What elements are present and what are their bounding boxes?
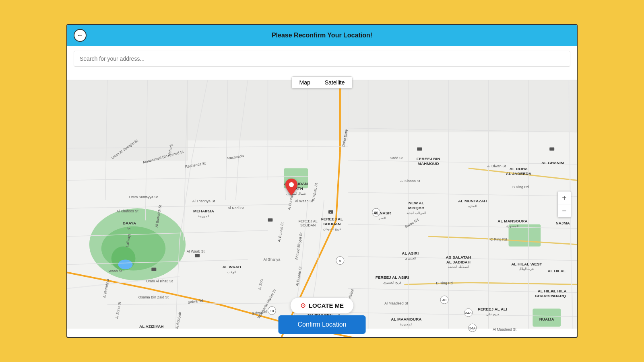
svg-text:Waab St: Waab St [109, 269, 123, 273]
svg-text:FEREEJ AL ALI: FEREEJ AL ALI [478, 307, 507, 311]
svg-text:المهيرجة: المهيرجة [198, 214, 209, 218]
svg-text:Al Nadi St: Al Nadi St [228, 206, 244, 210]
confirm-location-button[interactable]: Confirm Location [279, 315, 366, 334]
header-title: Please Reconfirm Your Location! [272, 32, 372, 39]
svg-rect-148 [268, 218, 272, 222]
locate-icon: ⊙ [300, 302, 305, 309]
svg-rect-145 [195, 254, 200, 257]
svg-text:AL DOHA: AL DOHA [510, 167, 528, 171]
svg-text:Al Thahnya St: Al Thahnya St [192, 199, 215, 203]
svg-text:NAJMA: NAJMA [555, 221, 570, 225]
svg-text:Sadd St: Sadd St [390, 156, 402, 160]
svg-text:فريج العسيري: فريج العسيري [383, 281, 401, 284]
svg-text:النصر: النصر [378, 216, 386, 220]
svg-rect-147 [417, 147, 422, 150]
svg-text:AL MUNTAZAH: AL MUNTAZAH [458, 199, 487, 203]
svg-text:FEREEJ BIN: FEREEJ BIN [417, 156, 440, 161]
svg-text:Al Waab St: Al Waab St [187, 249, 205, 253]
svg-text:بعيا: بعيا [128, 226, 132, 230]
back-button[interactable]: ← [74, 29, 87, 42]
zoom-out-button[interactable]: − [558, 204, 571, 217]
svg-text:AL HILAL: AL HILAL [538, 289, 556, 293]
svg-text:فريج علي: فريج علي [486, 313, 499, 316]
svg-text:NEW AL: NEW AL [409, 201, 424, 205]
svg-text:فريج السودان: فريج السودان [323, 227, 341, 231]
svg-text:المنتزه: المنتزه [468, 204, 477, 208]
svg-text:MEHAIRJA: MEHAIRJA [193, 209, 214, 213]
map-pin [285, 179, 297, 199]
svg-text:BAAYA: BAAYA [123, 221, 136, 225]
svg-text:FEREEJ AL ASIRI: FEREEJ AL ASIRI [376, 275, 409, 280]
svg-text:34A: 34A [465, 311, 472, 315]
confirm-btn-container: Confirm Location [279, 315, 366, 334]
svg-rect-144 [151, 268, 156, 271]
locate-me-button[interactable]: ⊙ LOCATE ME [290, 297, 354, 314]
svg-text:Al Ghariya: Al Ghariya [263, 257, 280, 261]
svg-point-157 [289, 182, 294, 187]
app-container: ← Please Reconfirm Your Location! [66, 24, 578, 338]
map-toggle: Map Satellite [291, 76, 352, 88]
svg-text:MAHMOUD: MAHMOUD [418, 161, 439, 166]
svg-text:NUAIJA: NUAIJA [539, 317, 554, 321]
svg-text:Al Maadeed St: Al Maadeed St [493, 327, 516, 331]
svg-text:40: 40 [442, 298, 446, 302]
search-input[interactable] [74, 51, 570, 67]
zoom-in-button[interactable]: + [558, 191, 571, 204]
svg-text:عرب الهلال: عرب الهلال [519, 267, 534, 271]
svg-text:AL MANSOURA: AL MANSOURA [497, 219, 527, 223]
svg-text:AL MAAMOURA: AL MAAMOURA [391, 317, 421, 321]
svg-text:AL AZIZIYAH: AL AZIZIYAH [139, 324, 163, 329]
svg-text:AL WAAB: AL WAAB [223, 265, 241, 269]
svg-text:AL ASIRI: AL ASIRI [402, 251, 419, 255]
svg-text:Osama Bin Zaid St: Osama Bin Zaid St [138, 295, 169, 299]
svg-text:الوعب: الوعب [227, 270, 236, 274]
svg-point-7 [118, 260, 133, 269]
locate-me-label: LOCATE ME [309, 302, 344, 309]
svg-text:العسيري: العسيري [405, 257, 416, 260]
svg-rect-146 [549, 147, 554, 150]
svg-text:Al Waab St: Al Waab St [295, 199, 313, 203]
satellite-tab[interactable]: Satellite [318, 77, 352, 88]
svg-text:AL GHANIM: AL GHANIM [541, 160, 564, 165]
svg-text:B Ring Rd: B Ring Rd [512, 185, 529, 189]
map-tab[interactable]: Map [292, 77, 317, 88]
search-bar-container [67, 46, 577, 72]
svg-text:Umm Al Kharj St: Umm Al Kharj St [146, 279, 173, 283]
svg-text:المرقاب الجديد: المرقاب الجديد [407, 211, 426, 215]
svg-text:Al Khufoos St: Al Khufoos St [116, 209, 138, 213]
svg-text:10: 10 [270, 309, 274, 313]
svg-text:Al Kinana St: Al Kinana St [400, 179, 421, 183]
svg-rect-3 [348, 80, 577, 132]
svg-text:AL JADEEDA: AL JADEEDA [506, 171, 531, 176]
svg-text:GHARBIYAH: GHARBIYAH [535, 294, 559, 298]
svg-text:D Ring Rd: D Ring Rd [436, 281, 452, 285]
back-icon: ← [77, 32, 83, 39]
svg-text:المنصورة: المنصورة [507, 224, 519, 228]
svg-text:C Ring Rd: C Ring Rd [490, 237, 507, 241]
svg-text:AL JADIDAH: AL JADIDAH [446, 260, 471, 264]
svg-text:34A: 34A [469, 326, 476, 330]
svg-text:AL HILAL: AL HILAL [548, 269, 566, 273]
svg-text:MIRQAB: MIRQAB [408, 206, 424, 210]
svg-text:AS SALATAH: AS SALATAH [446, 255, 471, 259]
svg-text:المعمورة: المعمورة [400, 323, 412, 326]
svg-text:AL NASR: AL NASR [373, 211, 391, 215]
svg-text:FEREEJ AL: FEREEJ AL [321, 217, 343, 221]
svg-text:Al Maadeed St: Al Maadeed St [384, 301, 408, 305]
svg-text:AL HILAL WEST: AL HILAL WEST [511, 262, 542, 266]
svg-text:■: ■ [330, 211, 331, 214]
svg-text:SOUDAN: SOUDAN [323, 222, 341, 226]
svg-text:9: 9 [339, 259, 341, 263]
svg-text:Umm Suwayya St: Umm Suwayya St [129, 195, 158, 199]
svg-text:Al Diwan St: Al Diwan St [487, 164, 506, 168]
svg-text:FEREEJ AL: FEREEJ AL [298, 219, 317, 223]
header: ← Please Reconfirm Your Location! [67, 25, 577, 46]
svg-text:SOUDAN: SOUDAN [300, 223, 316, 227]
svg-text:الصلاطة الجديدة: الصلاطة الجديدة [448, 265, 469, 269]
map-area: 10 9 39 40 34A 34A AL SOUDAN NORTH شمال … [67, 72, 577, 337]
zoom-controls: + − [557, 191, 571, 218]
